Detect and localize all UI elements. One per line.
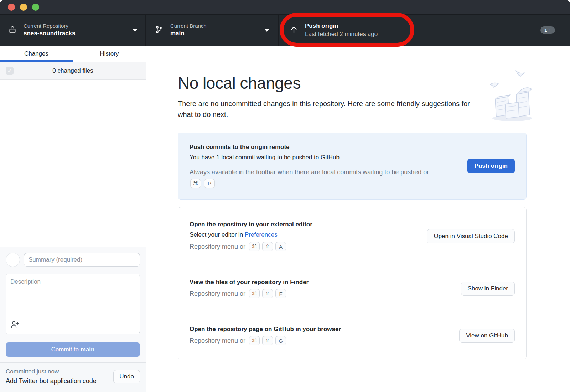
push-origin-button[interactable]: Push origin	[467, 159, 515, 173]
lock-icon	[8, 25, 17, 36]
avatar	[6, 253, 20, 267]
suggestion-shortcut: Repository menu or⌘⇧A	[190, 242, 312, 251]
push-origin-title: Push origin	[305, 22, 533, 30]
kbd-a: A	[275, 242, 286, 251]
kbd-cmd: ⌘	[249, 336, 260, 345]
changed-files-count: 0 changed files	[52, 67, 93, 74]
close-window-button[interactable]	[8, 4, 15, 11]
suggestion-show-finder: View the files of your repository in Fin…	[178, 265, 526, 312]
current-repository-label: Current Repository	[24, 22, 128, 30]
main-content: No local changes There are no uncommitte…	[146, 46, 570, 392]
commit-message-text: Add Twitter bot application code	[6, 376, 113, 386]
open-in-editor-button[interactable]: Open in Visual Studio Code	[427, 229, 515, 243]
arrow-up-icon: ↑	[549, 27, 551, 33]
current-repository-name: snes-soundtracks	[24, 30, 128, 38]
view-on-github-button[interactable]: View on GitHub	[459, 329, 515, 343]
suggestion-view-github: Open the repository page on GitHub in yo…	[178, 312, 526, 359]
suggestion-open-editor: Open the repository in your external edi…	[178, 207, 526, 265]
push-card-line: You have 1 local commit waiting to be pu…	[190, 154, 439, 161]
current-branch-name: main	[170, 30, 260, 38]
kbd-shift: ⇧	[262, 289, 273, 298]
current-branch-dropdown[interactable]: Current Branch main	[146, 15, 279, 46]
current-branch-label: Current Branch	[170, 22, 260, 30]
kbd-f: F	[275, 289, 286, 298]
arrow-up-icon	[289, 25, 299, 36]
push-commits-card: Push commits to the origin remote You ha…	[178, 133, 527, 200]
changes-list-empty	[0, 80, 146, 247]
zoom-window-button[interactable]	[32, 4, 39, 11]
page-subtitle: There are no uncommitted changes in this…	[178, 98, 475, 120]
suggestion-title: Open the repository page on GitHub in yo…	[190, 326, 341, 333]
suggestion-desc: Select your editor in Preferences	[190, 231, 312, 238]
page-title: No local changes	[178, 73, 527, 93]
last-fetched-text: Last fetched 2 minutes ago	[305, 30, 533, 38]
suggestions-card: Open the repository in your external edi…	[178, 207, 527, 359]
undo-button[interactable]: Undo	[113, 370, 140, 383]
last-commit-bar: Committed just now Add Twitter bot appli…	[0, 362, 146, 392]
push-origin-toolbar-button[interactable]: Push origin Last fetched 2 minutes ago 1…	[279, 15, 570, 46]
kbd-p: P	[204, 179, 215, 188]
preferences-link[interactable]: Preferences	[245, 231, 278, 238]
kbd-cmd: ⌘	[190, 179, 201, 188]
select-all-checkbox[interactable]: ✓	[6, 67, 14, 75]
chevron-down-icon	[264, 29, 269, 32]
push-card-hint: Always available in the toolbar when the…	[190, 167, 435, 189]
git-branch-icon	[155, 25, 164, 36]
kbd-cmd: ⌘	[249, 289, 260, 298]
commit-summary-input[interactable]	[24, 253, 140, 267]
kbd-g: G	[275, 336, 286, 345]
app-window: Current Repository snes-soundtracks Curr…	[0, 0, 570, 392]
minimize-window-button[interactable]	[20, 4, 27, 11]
commit-description-input[interactable]	[6, 274, 140, 334]
titlebar	[0, 0, 570, 15]
suggestion-shortcut: Repository menu or⌘⇧F	[190, 289, 309, 298]
commit-form: Commit to main	[0, 247, 146, 362]
commit-button[interactable]: Commit to main	[6, 342, 140, 357]
push-card-title: Push commits to the origin remote	[190, 144, 439, 151]
suggestion-title: Open the repository in your external edi…	[190, 221, 312, 228]
ahead-count-badge: 1 ↑	[540, 26, 555, 34]
changed-files-header: ✓ 0 changed files	[0, 62, 146, 80]
kbd-shift: ⇧	[262, 242, 273, 251]
commit-status-text: Committed just now	[6, 367, 113, 376]
tab-changes[interactable]: Changes	[0, 46, 73, 62]
show-in-finder-button[interactable]: Show in Finder	[461, 282, 515, 296]
suggestion-title: View the files of your repository in Fin…	[190, 279, 309, 286]
current-repository-dropdown[interactable]: Current Repository snes-soundtracks	[0, 15, 146, 46]
sidebar-tabs: Changes History	[0, 46, 146, 62]
sidebar: Changes History ✓ 0 changed files	[0, 46, 146, 392]
toolbar: Current Repository snes-soundtracks Curr…	[0, 15, 570, 46]
add-co-author-icon[interactable]	[10, 320, 20, 331]
kbd-shift: ⇧	[262, 336, 273, 345]
check-icon: ✓	[7, 68, 12, 74]
suggestion-shortcut: Repository menu or⌘⇧G	[190, 336, 341, 345]
kbd-cmd: ⌘	[249, 242, 260, 251]
chevron-down-icon	[133, 29, 138, 32]
tab-history[interactable]: History	[73, 46, 146, 62]
